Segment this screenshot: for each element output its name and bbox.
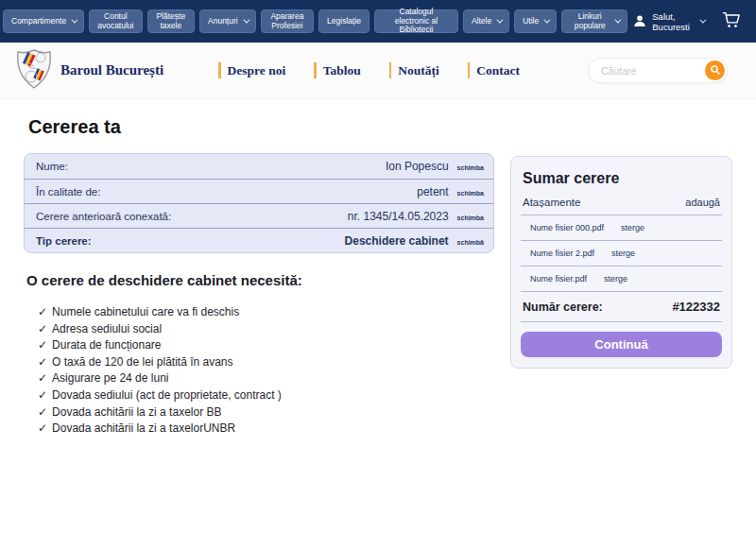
field-label: În calitate de:	[36, 186, 100, 198]
requirement-item: ✓Asigurare pe 24 de luni	[38, 370, 282, 387]
change-link[interactable]: schimba	[457, 215, 484, 221]
chevron-down-icon	[615, 17, 622, 24]
file-name: Nume fisier.pdf	[530, 274, 587, 284]
field-value: Deschidere cabinet	[345, 234, 449, 248]
requirement-item: ✓Numele cabinetului care va fi deschis	[38, 304, 282, 321]
request-number-label: Număr cerere:	[523, 301, 603, 314]
user-icon	[632, 13, 647, 30]
requirement-item: ✓Dovada achitării la zi a taxelorUNBR	[38, 421, 282, 438]
check-icon: ✓	[38, 355, 47, 369]
nav-despre-noi[interactable]: Despre noi	[218, 62, 285, 78]
topnav-anunturi[interactable]: Anunțuri	[199, 9, 256, 33]
check-icon: ✓	[38, 405, 47, 419]
nav-tablou[interactable]: Tablou	[314, 62, 361, 78]
site-header: Baroul București Despre noi Tablou Noută…	[0, 43, 756, 99]
topnav-compartimente[interactable]: Compartimente	[3, 9, 84, 33]
change-link[interactable]: schimba	[457, 164, 484, 171]
topnav-utile[interactable]: Utile	[514, 9, 557, 33]
requirement-item: ✓Adresa sediului social	[38, 321, 282, 338]
topnav-altele[interactable]: Altele	[463, 9, 509, 33]
check-icon: ✓	[38, 305, 47, 318]
field-label: Nume:	[36, 161, 68, 172]
requirement-item: ✓Dovada achitării la zi a taxelor BB	[38, 404, 282, 421]
attachment-row: Nume fisier.pdf sterge	[521, 266, 722, 292]
top-navigation-bar: Compartimente Contul avocatului Plătește…	[0, 0, 756, 43]
nav-tick	[314, 62, 317, 78]
attachments-header: Atașamente adaugă	[521, 197, 722, 215]
attachments-label: Atașamente	[523, 197, 580, 208]
check-icon: ✓	[38, 322, 47, 335]
topnav-apararea-profesiei[interactable]: Apararea Profesiei	[261, 9, 314, 33]
requirements-list: ✓Numele cabinetului care va fi deschis ✓…	[38, 304, 282, 438]
search-input[interactable]	[589, 65, 683, 77]
nav-noutati[interactable]: Noutăți	[389, 62, 439, 78]
field-label: Tip cerere:	[36, 235, 92, 247]
nav-tick	[389, 62, 392, 78]
request-number-row: Număr cerere: #122332	[521, 292, 722, 322]
shield-logo-icon	[15, 48, 53, 94]
page: Compartimente Contul avocatului Plătește…	[0, 0, 756, 550]
user-menu[interactable]: Salut, Bucuresti	[632, 11, 704, 32]
topnav-legislatie[interactable]: Legislație	[318, 9, 369, 33]
file-name: Nume fisier 000.pdf	[530, 223, 604, 232]
request-summary-card: Sumar cerere Atașamente adaugă Nume fisi…	[510, 156, 732, 369]
chevron-down-icon	[243, 17, 249, 24]
search-button[interactable]	[705, 60, 725, 80]
main-navigation: Despre noi Tablou Noutăți Contact	[218, 62, 520, 78]
field-value: petent	[417, 185, 448, 198]
field-value: Ion Popescu	[386, 160, 449, 173]
cart-button[interactable]	[722, 11, 741, 32]
brand-logo[interactable]: Baroul București	[15, 48, 163, 94]
change-link[interactable]: schimbă	[457, 239, 484, 246]
check-icon: ✓	[38, 338, 47, 352]
chevron-down-icon	[497, 17, 504, 24]
form-row-nume: Nume: Ion Popescuschimba	[25, 154, 493, 179]
delete-file-link[interactable]: sterge	[621, 223, 644, 232]
search-box	[588, 58, 728, 83]
check-icon: ✓	[38, 421, 47, 435]
attachment-row: Nume fisier 2.pdf sterge	[521, 241, 722, 266]
topnav-plateste-taxele[interactable]: Plătește taxele	[147, 9, 196, 33]
user-greeting: Salut, Bucuresti	[652, 11, 690, 32]
brand-name: Baroul București	[60, 62, 163, 78]
summary-title: Sumar cerere	[523, 170, 722, 187]
request-form-card: Nume: Ion Popescuschimba În calitate de:…	[24, 153, 494, 253]
nav-tick	[218, 62, 221, 78]
requirement-item: ✓Dovada sediului (act de proprietate, co…	[38, 387, 282, 404]
chevron-down-icon	[544, 17, 551, 24]
change-link[interactable]: schimba	[457, 190, 484, 197]
add-attachment-link[interactable]: adaugă	[685, 197, 720, 208]
delete-file-link[interactable]: sterge	[604, 274, 627, 284]
requirement-item: ✓O taxă de 120 de lei plătită în avans	[38, 354, 282, 371]
form-row-tip-cerere: Tip cerere: Deschidere cabinetschimbă	[25, 228, 493, 252]
requirement-item: ✓Durata de funcționare	[38, 337, 282, 354]
chevron-down-icon	[699, 17, 706, 24]
form-row-cerere-anterioara: Cerere anterioară conexată: nr. 1345/14.…	[25, 203, 493, 228]
field-value: nr. 1345/14.05.2023	[348, 210, 449, 223]
field-label: Cerere anterioară conexată:	[36, 211, 171, 222]
search-icon	[710, 62, 721, 79]
form-row-calitate: În calitate de: petentschimba	[25, 179, 493, 203]
delete-file-link[interactable]: sterge	[611, 249, 635, 258]
topnav-linkuri-populare[interactable]: Linkuri populare	[561, 9, 627, 33]
chevron-down-icon	[71, 17, 77, 24]
attachment-row: Nume fisier 000.pdf sterge	[521, 215, 722, 241]
cart-icon	[722, 11, 741, 32]
check-icon: ✓	[38, 371, 47, 385]
continue-button[interactable]: Continuă	[521, 332, 722, 357]
nav-tick	[468, 62, 471, 78]
check-icon: ✓	[38, 388, 47, 402]
topnav-contul-avocatului[interactable]: Contul avocatului	[89, 9, 142, 33]
page-title: Cererea ta	[28, 116, 121, 138]
nav-contact[interactable]: Contact	[468, 62, 520, 78]
request-number-value: #122332	[672, 300, 720, 314]
topnav-catalog-biblioteca[interactable]: Catalogul electronic al Bibliotecii	[374, 9, 458, 33]
requirements-title: O cerere de deschidere cabinet necesită:	[26, 272, 302, 288]
file-name: Nume fisier 2.pdf	[530, 249, 594, 258]
